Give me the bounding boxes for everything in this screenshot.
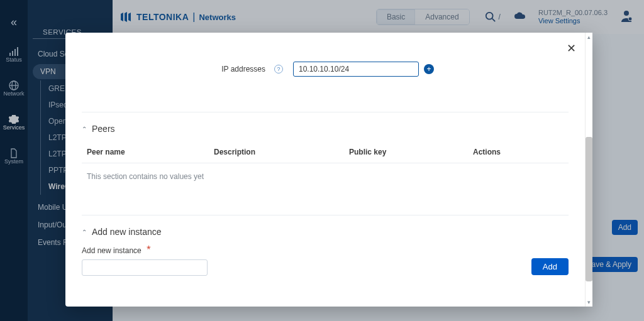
scroll-up-arrow[interactable]: ▴	[586, 33, 592, 41]
col-actions: Actions	[473, 148, 564, 156]
add-instance-button[interactable]: Add	[531, 258, 569, 275]
addnew-section-header: ⌃ Add new instance	[82, 227, 569, 237]
addnew-collapse-toggle[interactable]: ⌃	[82, 229, 87, 236]
section-separator	[82, 215, 569, 215]
peers-title: Peers	[92, 124, 115, 134]
ip-address-input[interactable]	[293, 62, 419, 77]
col-public-key: Public key	[349, 148, 473, 156]
col-peer-name: Peer name	[87, 148, 214, 156]
scroll-thumb[interactable]	[586, 137, 592, 281]
required-asterisk: *	[147, 244, 150, 255]
col-description: Description	[214, 148, 349, 156]
wireguard-settings-modal: ✕ IP addresses ? + ⌃ Peers Peer name Des…	[65, 33, 592, 307]
add-instance-section: ⌃ Add new instance Add new instance * Ad…	[82, 227, 569, 275]
peers-collapse-toggle[interactable]: ⌃	[82, 126, 87, 133]
peers-section-header: ⌃ Peers	[82, 124, 569, 134]
close-icon: ✕	[567, 42, 576, 55]
addnew-label: Add new instance	[82, 246, 142, 255]
scroll-down-arrow[interactable]: ▾	[586, 298, 592, 307]
plus-icon: +	[426, 65, 431, 73]
section-separator	[82, 112, 569, 112]
help-icon[interactable]: ?	[274, 65, 283, 73]
peers-table: Peer name Description Public key Actions…	[82, 141, 569, 190]
modal-close-button[interactable]: ✕	[567, 43, 576, 54]
scrollbar[interactable]: ▴ ▾	[585, 33, 592, 307]
add-button-row: Add	[82, 258, 569, 275]
ip-addresses-row: IP addresses ? +	[82, 62, 569, 77]
peers-table-header: Peer name Description Public key Actions	[82, 141, 569, 163]
peers-empty-message: This section contains no values yet	[82, 163, 569, 190]
modal-body: ✕ IP addresses ? + ⌃ Peers Peer name Des…	[65, 33, 585, 307]
add-ip-button[interactable]: +	[424, 64, 434, 74]
addnew-title: Add new instance	[92, 227, 162, 237]
ip-addresses-label: IP addresses	[82, 65, 270, 73]
